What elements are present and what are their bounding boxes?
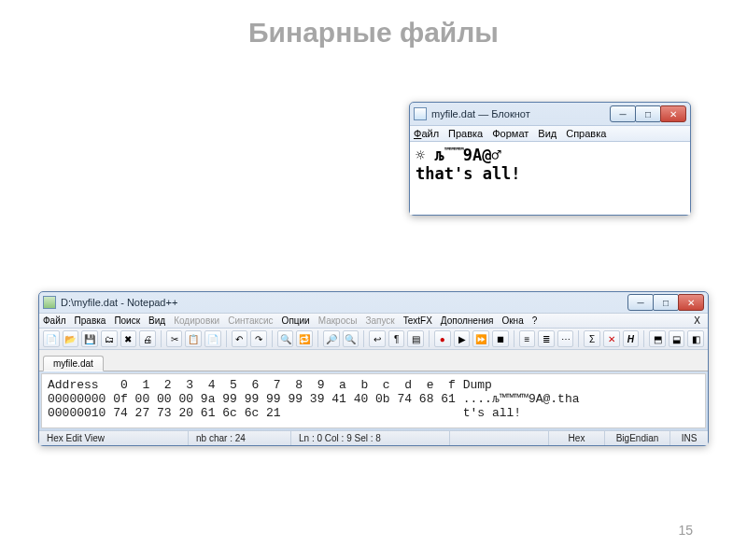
npp-tabstrip: myfile.dat <box>39 350 708 371</box>
minimize-button[interactable]: ─ <box>627 294 654 311</box>
h-icon[interactable]: H <box>623 330 640 347</box>
npp-app-icon <box>43 296 56 309</box>
separator-icon <box>514 330 514 347</box>
status-mode: Hex <box>549 431 605 445</box>
notepad-titlebar[interactable]: myfile.dat — Блокнот ─ □ ✕ <box>410 103 690 125</box>
menu-syntax[interactable]: Синтаксис <box>228 315 273 326</box>
menu-format[interactable]: Формат <box>492 128 529 139</box>
status-view: Hex Edit View <box>39 431 189 445</box>
replace-icon[interactable]: 🔁 <box>296 330 313 347</box>
notepad-textarea[interactable]: ☼ љ™™™™9A@♂ that's all! <box>410 142 690 215</box>
separator-icon <box>429 330 430 347</box>
status-ins[interactable]: INS <box>670 431 708 445</box>
open-file-icon[interactable]: 📂 <box>63 330 79 347</box>
menu-close-x[interactable]: X <box>694 315 704 326</box>
menu-windows[interactable]: Окна <box>501 315 523 326</box>
npp-statusbar: Hex Edit View nb char : 24 Ln : 0 Col : … <box>39 430 708 445</box>
save-all-icon[interactable]: 🗂 <box>101 330 118 347</box>
zoom-in-icon[interactable]: 🔎 <box>323 330 340 347</box>
separator-icon <box>643 330 644 347</box>
record-icon[interactable]: ● <box>434 330 451 347</box>
status-endian: BigEndian <box>605 431 670 445</box>
slide-page-number: 15 <box>678 523 693 538</box>
close-file-icon[interactable]: ✖ <box>120 330 137 347</box>
notepad-app-icon <box>414 107 427 120</box>
menu-textfx[interactable]: TextFX <box>403 315 432 326</box>
maximize-button[interactable]: □ <box>653 294 679 311</box>
close-button[interactable]: ✕ <box>660 105 686 122</box>
cut-icon[interactable]: ✂ <box>166 330 183 347</box>
separator-icon <box>363 330 364 347</box>
minimize-button[interactable]: ─ <box>610 105 636 122</box>
maximize-button[interactable]: □ <box>635 105 661 122</box>
save-icon[interactable]: 💾 <box>81 330 98 347</box>
menu-help[interactable]: Справка <box>566 128 606 139</box>
separator-icon <box>226 330 227 347</box>
menu-edit[interactable]: Правка <box>448 128 483 139</box>
menu-view[interactable]: Вид <box>538 128 557 139</box>
sigma-icon[interactable]: Σ <box>584 330 600 347</box>
notepadpp-window: D:\myfile.dat - Notepad++ ─ □ ✕ Файл Пра… <box>38 291 709 446</box>
menu-file[interactable]: Файл <box>43 315 66 326</box>
tool-b-icon[interactable]: ⬓ <box>669 330 685 347</box>
menu-macros[interactable]: Макросы <box>318 315 358 326</box>
separator-icon <box>161 330 162 347</box>
hex-row: 00000010 74 27 73 20 61 6c 6c 21 t's all… <box>48 406 521 420</box>
npp-title: D:\myfile.dat - Notepad++ <box>61 297 177 308</box>
menu-run[interactable]: Запуск <box>365 315 394 326</box>
misc2-icon[interactable]: ≣ <box>538 330 555 347</box>
wrap-icon[interactable]: ↩ <box>369 330 386 347</box>
status-nbchar: nb char : 24 <box>189 431 291 445</box>
fast-icon[interactable]: ⏩ <box>472 330 489 347</box>
hex-row: 00000000 0f 00 00 00 9a 99 99 99 99 39 4… <box>48 392 580 406</box>
notepad-window: myfile.dat — Блокнот ─ □ ✕ Файл Правка Ф… <box>409 102 691 216</box>
new-file-icon[interactable]: 📄 <box>43 330 60 347</box>
npp-menubar: Файл Правка Поиск Вид Кодировки Синтакси… <box>39 313 708 329</box>
stop-icon[interactable]: ⏹ <box>492 330 509 347</box>
find-icon[interactable]: 🔍 <box>277 330 294 347</box>
menu-file[interactable]: Файл <box>414 128 439 139</box>
npp-titlebar[interactable]: D:\myfile.dat - Notepad++ ─ □ ✕ <box>39 292 708 313</box>
hex-view[interactable]: Address 0 1 2 3 4 5 6 7 8 9 a b c d e f … <box>41 373 706 428</box>
npp-toolbar: 📄 📂 💾 🗂 ✖ 🖨 ✂ 📋 📄 ↶ ↷ 🔍 🔁 🔎 🔍 ↩ ¶ ▤ ● ▶ … <box>39 329 708 350</box>
notepad-line-2: that's all! <box>416 164 684 183</box>
print-icon[interactable]: 🖨 <box>139 330 156 347</box>
status-spacer <box>450 431 549 445</box>
separator-icon <box>578 330 579 347</box>
status-pos: Ln : 0 Col : 9 Sel : 8 <box>291 431 450 445</box>
menu-help[interactable]: ? <box>532 315 538 326</box>
menu-view[interactable]: Вид <box>148 315 165 326</box>
zoom-out-icon[interactable]: 🔍 <box>343 330 359 347</box>
menu-plugins[interactable]: Дополнения <box>441 315 494 326</box>
hex-header: Address 0 1 2 3 4 5 6 7 8 9 a b c d e f … <box>48 378 492 392</box>
show-all-icon[interactable]: ¶ <box>388 330 405 347</box>
menu-search[interactable]: Поиск <box>114 315 140 326</box>
tool-c-icon[interactable]: ◧ <box>687 330 704 347</box>
slide-title: Бинарные файлы <box>0 0 747 54</box>
notepad-line-1: ☼ љ™™™™9A@♂ <box>416 146 684 164</box>
play-icon[interactable]: ▶ <box>454 330 471 347</box>
redo-icon[interactable]: ↷ <box>250 330 267 347</box>
menu-edit[interactable]: Правка <box>75 315 106 326</box>
undo-icon[interactable]: ↶ <box>232 330 248 347</box>
x-icon-tool[interactable]: ✕ <box>603 330 620 347</box>
paste-icon[interactable]: 📄 <box>204 330 221 347</box>
notepad-menubar: Файл Правка Формат Вид Справка <box>410 125 690 142</box>
file-tab[interactable]: myfile.dat <box>43 356 104 371</box>
copy-icon[interactable]: 📋 <box>185 330 202 347</box>
guide-icon[interactable]: ▤ <box>407 330 424 347</box>
misc3-icon[interactable]: ⋯ <box>557 330 574 347</box>
menu-options[interactable]: Опции <box>282 315 310 326</box>
separator-icon <box>272 330 273 347</box>
tool-a-icon[interactable]: ⬒ <box>649 330 666 347</box>
separator-icon <box>317 330 318 347</box>
notepad-title: myfile.dat — Блокнот <box>431 108 530 119</box>
misc-icon[interactable]: ≡ <box>519 330 536 347</box>
close-button[interactable]: ✕ <box>678 294 704 311</box>
menu-encoding[interactable]: Кодировки <box>174 315 219 326</box>
